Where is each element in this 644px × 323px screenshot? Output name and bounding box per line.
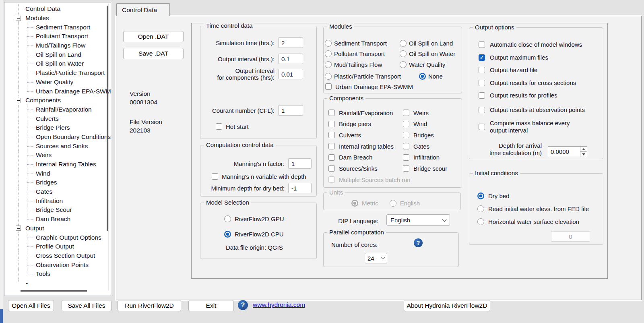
save-all-files-button[interactable]: Save All Files: [62, 300, 111, 311]
component-checkbox[interactable]: Internal rating tables: [328, 141, 411, 151]
tree-item[interactable]: Output: [4, 224, 111, 233]
tree-item[interactable]: Pollutant Transport: [4, 32, 111, 41]
module-radio[interactable]: None: [419, 71, 455, 82]
tree-item[interactable]: Graphic Output Options: [4, 233, 111, 242]
component-checkbox[interactable]: Wind: [403, 119, 447, 129]
open-all-files-button[interactable]: Open All Files: [8, 300, 54, 311]
spin-down-button[interactable]: [580, 152, 587, 157]
tree-item[interactable]: Wind: [4, 169, 111, 178]
component-checkbox[interactable]: Rainfall/Evaporation: [328, 108, 411, 118]
run-riverflow2d-button[interactable]: Run RiverFlow2D: [118, 300, 181, 311]
units-radio[interactable]: English: [390, 198, 420, 208]
manning-factor-input[interactable]: 1: [288, 158, 312, 169]
tree-item[interactable]: Infiltration: [4, 196, 111, 205]
component-interval-input[interactable]: 0.01: [278, 69, 303, 79]
tree-item[interactable]: Components: [4, 96, 111, 105]
component-checkbox[interactable]: Gates: [403, 141, 447, 151]
exit-button[interactable]: Exit: [188, 300, 234, 311]
module-radio[interactable]: Oil Spill on Land: [400, 38, 455, 48]
output-option-checkbox[interactable]: Output maximum files: [479, 52, 597, 63]
tree-item[interactable]: Urban Drainage EPA-SWMM: [4, 87, 111, 96]
tab-control-data[interactable]: Control Data: [116, 3, 170, 16]
component-checkbox[interactable]: Weirs: [403, 108, 447, 118]
module-radio[interactable]: Pollutant Transport: [325, 49, 401, 59]
about-button[interactable]: About Hydronia RiverFlow2D: [404, 300, 490, 311]
module-radio-label: Oil Spill on Water: [409, 50, 455, 57]
elevation-input[interactable]: 0: [551, 231, 590, 242]
output-interval-input[interactable]: 0.1: [278, 54, 303, 64]
initial-condition-radio[interactable]: Dry bed: [477, 192, 589, 200]
component-checkbox[interactable]: Bridges: [403, 130, 447, 140]
output-option-checkbox[interactable]: Output results at observation points: [479, 105, 597, 115]
spin-up-button[interactable]: [580, 147, 587, 152]
tree-item[interactable]: Bridge Piers: [4, 123, 111, 133]
tree-item[interactable]: Plastic/Particle Transport: [4, 68, 111, 78]
tree-item[interactable]: Internal Rating Tables: [4, 160, 111, 169]
tree-item[interactable]: Water Quality: [4, 78, 111, 87]
module-radio[interactable]: Mud/Tailings Flow: [325, 59, 401, 70]
tree-item[interactable]: Modules: [4, 14, 111, 23]
min-depth-input[interactable]: -1: [288, 183, 312, 193]
tree-item[interactable]: Observation Points: [4, 260, 111, 269]
tree-item[interactable]: Gates: [4, 187, 111, 197]
cores-select[interactable]: 24: [365, 253, 387, 263]
tree-hscrollbar-thumb[interactable]: [21, 290, 87, 292]
tree-item[interactable]: Tools: [4, 269, 111, 279]
module-radio[interactable]: Oil Spill on Water: [400, 49, 455, 59]
output-option-checkbox[interactable]: Automatic close of model windows: [479, 39, 597, 50]
units-radio[interactable]: Metric: [351, 198, 378, 208]
save-dat-button[interactable]: Save .DAT: [123, 48, 184, 59]
output-option-checkbox[interactable]: Compute mass balance every output interv…: [479, 119, 597, 135]
manning-variable-checkbox[interactable]: Manning's n variable with depth: [212, 171, 306, 182]
module-radio[interactable]: Plastic/Particle Transport: [325, 71, 401, 82]
tree-item[interactable]: Cross Section Output: [4, 251, 111, 261]
tree-collapse-icon[interactable]: [16, 16, 21, 21]
tree-item[interactable]: Rainfall/Evaporation: [4, 105, 111, 114]
dip-language-select[interactable]: English: [386, 214, 450, 226]
model-radio[interactable]: RiverFlow2D CPU: [224, 229, 284, 239]
urban-drainage-checkbox[interactable]: Urban Drainage EPA-SWMM: [325, 81, 413, 92]
tree-item[interactable]: Control Data: [4, 4, 111, 14]
output-option-checkbox[interactable]: Output hazard file: [479, 65, 597, 75]
hydronia-website-link[interactable]: www.hydronia.com: [253, 301, 305, 309]
simulation-time-input[interactable]: 2: [278, 37, 303, 48]
model-radio[interactable]: RiverFlow2D GPU: [224, 213, 284, 224]
tree-collapse-icon[interactable]: [16, 226, 21, 231]
component-checkbox[interactable]: Sources/Sinks: [328, 163, 411, 174]
tree-item[interactable]: Open Boundary Conditions: [4, 133, 111, 142]
hot-start-checkbox[interactable]: Hot start: [216, 121, 249, 132]
tree-item[interactable]: Bridge Scour: [4, 205, 111, 215]
component-checkbox[interactable]: Culverts: [328, 130, 411, 140]
tree-item[interactable]: Oil Spill on Water: [4, 59, 111, 68]
tree-item[interactable]: -: [4, 279, 111, 288]
module-radio[interactable]: Water Quality: [400, 59, 455, 70]
tree-item[interactable]: Sediment Transport: [4, 23, 111, 32]
help-icon[interactable]: ?: [414, 238, 423, 247]
tree-item[interactable]: Sources and Sinks: [4, 141, 111, 151]
component-checkbox[interactable]: Infiltration: [403, 152, 447, 163]
tree-item[interactable]: Profile Output: [4, 242, 111, 251]
component-checkbox[interactable]: Multiple Sources batch run: [328, 174, 411, 185]
component-checkbox[interactable]: Dam Breach: [328, 152, 411, 163]
output-option-checkbox[interactable]: Output results for profiles: [479, 90, 597, 101]
module-radio[interactable]: Sediment Transport: [325, 38, 401, 48]
initial-conditions-group: Initial conditions Dry bed Read initial …: [469, 173, 603, 245]
output-option-checkbox[interactable]: Output results for cross sections: [479, 78, 597, 88]
depth-arrival-spinner[interactable]: 0.0000: [548, 146, 587, 157]
tree-connector: [27, 174, 34, 174]
open-dat-button[interactable]: Open .DAT: [123, 31, 184, 42]
tree-item[interactable]: Weirs: [4, 151, 111, 160]
tree-item[interactable]: Oil Spill on Land: [4, 50, 111, 59]
tree-collapse-icon[interactable]: [16, 98, 21, 103]
initial-condition-radio[interactable]: Horizontal water surface elevation: [477, 217, 589, 226]
help-icon[interactable]: ?: [238, 300, 248, 310]
tree-item[interactable]: Dam Breach: [4, 215, 111, 224]
initial-condition-radio[interactable]: Read initial water elevs. from FED file: [477, 205, 589, 213]
tree-item[interactable]: Mud/Tailings Flow: [4, 41, 111, 50]
component-checkbox[interactable]: Bridge piers: [328, 119, 411, 129]
checkbox-icon: [328, 110, 335, 116]
courant-input[interactable]: 1: [278, 105, 303, 116]
component-checkbox[interactable]: Bridge scour: [403, 163, 447, 174]
tree-item[interactable]: Bridges: [4, 178, 111, 187]
tree-item[interactable]: Culverts: [4, 114, 111, 123]
